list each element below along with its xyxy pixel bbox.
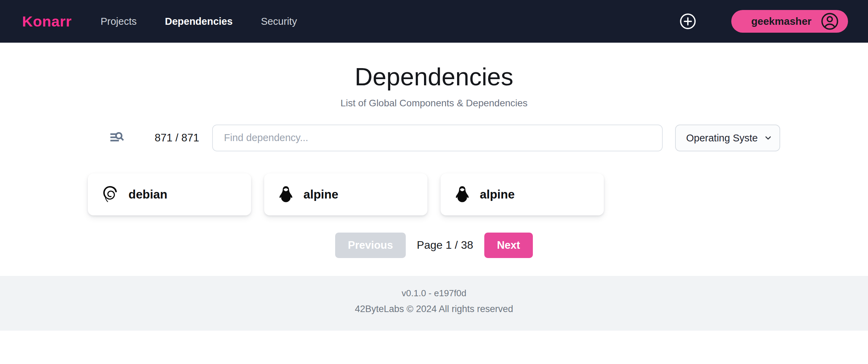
version-text: v0.1.0 - e197f0d xyxy=(0,288,868,299)
dependency-card-alpine-2[interactable]: alpine xyxy=(441,173,604,215)
dependency-card-alpine-1[interactable]: alpine xyxy=(264,173,427,215)
previous-button[interactable]: Previous xyxy=(335,233,406,258)
circle-plus-icon xyxy=(679,13,696,30)
dependency-card-grid: debian alpine alpine xyxy=(88,173,780,215)
dependency-card-debian[interactable]: debian xyxy=(88,173,251,215)
user-menu-button[interactable]: geekmasher xyxy=(731,10,848,33)
linux-penguin-icon xyxy=(278,185,294,203)
debian-icon xyxy=(102,185,119,204)
nav-item-security[interactable]: Security xyxy=(261,16,297,27)
pagination: Previous Page 1 / 38 Next xyxy=(88,233,780,258)
filter-select-wrap: Operating System xyxy=(675,125,780,151)
navbar-right: geekmasher xyxy=(679,10,848,33)
nav-item-projects[interactable]: Projects xyxy=(101,16,137,27)
filter-select[interactable]: Operating System xyxy=(675,125,780,151)
dependency-name: alpine xyxy=(303,188,338,201)
page-subtitle: List of Global Components & Dependencies xyxy=(0,98,868,109)
copyright-text: 42ByteLabs © 2024 All rights reserved xyxy=(0,304,868,314)
dependency-name: debian xyxy=(128,188,167,201)
list-search-icon xyxy=(109,130,125,146)
brand-logo[interactable]: Konarr xyxy=(22,13,72,30)
username: geekmasher xyxy=(751,15,812,27)
add-button[interactable] xyxy=(679,12,697,30)
dependency-count: 871 / 871 xyxy=(155,132,199,144)
user-circle-icon xyxy=(820,12,839,31)
page-indicator: Page 1 / 38 xyxy=(417,239,473,251)
footer: v0.1.0 - e197f0d 42ByteLabs © 2024 All r… xyxy=(0,276,868,331)
toolbar: 871 / 871 Operating System xyxy=(88,125,780,151)
navbar: Konarr Projects Dependencies Security ge… xyxy=(0,0,868,43)
search-input[interactable] xyxy=(212,125,663,151)
main-content: Dependencies List of Global Components &… xyxy=(0,43,868,258)
nav-links: Projects Dependencies Security xyxy=(101,16,297,27)
linux-penguin-icon xyxy=(454,185,470,203)
dependency-name: alpine xyxy=(480,188,515,201)
nav-item-dependencies[interactable]: Dependencies xyxy=(165,16,233,27)
next-button[interactable]: Next xyxy=(484,233,533,258)
page-title: Dependencies xyxy=(0,64,868,90)
